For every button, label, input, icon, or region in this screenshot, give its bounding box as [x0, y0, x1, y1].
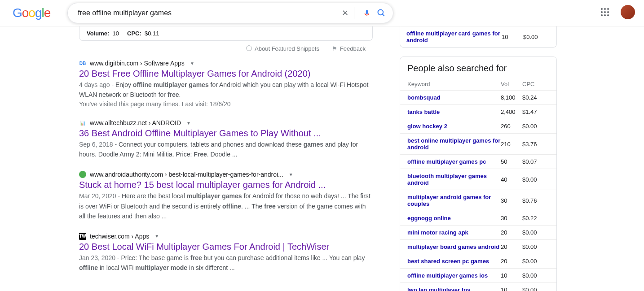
- snippet-links: ⓘ About Featured Snippets ⚑ Feedback: [79, 41, 373, 60]
- divider: [354, 7, 354, 19]
- related-cpc: $0.00: [523, 34, 550, 40]
- apps-icon[interactable]: [597, 4, 613, 20]
- search-result: www.androidauthority.com › best-local-mu…: [79, 171, 373, 221]
- breadcrumb: www.androidauthority.com › best-local-mu…: [79, 171, 373, 178]
- search-input[interactable]: [77, 9, 336, 17]
- cpc-value: $0.00: [522, 287, 549, 291]
- cpc-value: $0.00: [522, 243, 549, 250]
- keyword-link[interactable]: glow hockey 2: [407, 123, 501, 130]
- breadcrumb: DB www.digitbin.com › Software Apps ▼: [79, 60, 373, 67]
- favicon: DB: [79, 60, 86, 67]
- svg-point-0: [378, 10, 384, 15]
- favicon: [79, 171, 86, 178]
- visited-note: You've visited this page many times. Las…: [79, 100, 373, 108]
- vol-value: 30: [501, 197, 522, 204]
- related-vol: 10: [502, 34, 523, 40]
- table-row: best shared screen pc games 20 $0.00: [400, 254, 556, 269]
- vol-value: 8,100: [501, 94, 522, 101]
- google-logo[interactable]: Google: [13, 6, 50, 20]
- sidebar: offline multiplayer card games for andro…: [400, 26, 557, 291]
- cpc-value: $1.47: [522, 109, 549, 115]
- volume-value: 10: [113, 30, 119, 37]
- result-snippet: Jan 23, 2020 - Price: The base game is f…: [79, 253, 373, 273]
- vol-value: 20: [501, 258, 522, 265]
- col-keyword: Keyword: [407, 81, 501, 87]
- vol-value: 20: [501, 229, 522, 236]
- svg-line-1: [383, 14, 384, 16]
- breadcrumb: 📊 www.alltechbuzz.net › ANDROID ▼: [79, 119, 373, 126]
- about-featured-text: About Featured Snippets: [255, 45, 319, 52]
- table-row: mini motor racing apk 20 $0.00: [400, 226, 556, 240]
- keyword-link[interactable]: multiplayer board games android: [407, 243, 501, 250]
- flag-icon: ⚑: [332, 45, 337, 52]
- table-row: tanks battle 2,400 $1.47: [400, 105, 556, 119]
- table-row: multiplayer android games for couples 30…: [400, 190, 556, 211]
- cpc-value: $0.22: [522, 215, 549, 222]
- vol-value: 10: [501, 287, 522, 291]
- result-snippet: 4 days ago - Enjoy offline multiplayer g…: [79, 80, 373, 100]
- breadcrumb: TW techwiser.com › Apps ▼: [79, 233, 373, 240]
- table-row: offline multiplayer card games for andro…: [400, 26, 556, 47]
- keyword-link[interactable]: best shared screen pc games: [407, 258, 501, 265]
- favicon: 📊: [79, 119, 86, 126]
- breadcrumb-text: www.androidauthority.com › best-local-mu…: [90, 171, 283, 178]
- keyword-link[interactable]: lwp lan multiplayer fps: [407, 287, 501, 291]
- keyword-link[interactable]: multiplayer android games for couples: [407, 194, 501, 207]
- result-title[interactable]: 20 Best Free Offline Multiplayer Games f…: [79, 69, 373, 79]
- about-featured-snippets[interactable]: ⓘ About Featured Snippets: [246, 44, 319, 52]
- breadcrumb-text: techwiser.com › Apps: [90, 233, 149, 240]
- vol-value: 50: [501, 158, 522, 165]
- table-row: lwp lan multiplayer fps 10 $0.00: [400, 283, 556, 291]
- result-title[interactable]: Stuck at home? 15 best local multiplayer…: [79, 180, 373, 190]
- cpc-value: $0.11: [145, 30, 159, 37]
- header-right: [597, 4, 635, 20]
- mic-icon[interactable]: [362, 8, 372, 18]
- vol-value: 2,400: [501, 109, 522, 115]
- people-also-searched-panel: People also searched for Keyword Vol CPC…: [400, 56, 557, 291]
- favicon: TW: [79, 233, 86, 240]
- table-row: bombsquad 8,100 $0.24: [400, 91, 556, 105]
- chevron-down-icon[interactable]: ▼: [190, 61, 194, 66]
- keyword-link[interactable]: offline multiplayer games ios: [407, 272, 501, 279]
- table-row: best online multiplayer games for androi…: [400, 134, 556, 155]
- cpc-value: $0.00: [522, 272, 549, 279]
- table-row: glow hockey 2 260 $0.00: [400, 119, 556, 134]
- feedback-link[interactable]: ⚑ Feedback: [332, 44, 366, 52]
- keyword-link[interactable]: offline multiplayer games pc: [407, 158, 501, 165]
- search-result: 📊 www.alltechbuzz.net › ANDROID ▼ 36 Bes…: [79, 119, 373, 159]
- cpc-label: CPC:: [127, 30, 141, 37]
- keyword-link[interactable]: best online multiplayer games for androi…: [407, 137, 501, 151]
- chevron-down-icon[interactable]: ▼: [154, 234, 159, 239]
- result-title[interactable]: 36 Best Android Offline Multiplayer Game…: [79, 128, 373, 139]
- help-icon: ⓘ: [246, 44, 252, 52]
- keyword-link[interactable]: eggnogg online: [407, 215, 501, 222]
- feedback-text: Feedback: [340, 45, 366, 52]
- chevron-down-icon[interactable]: ▼: [289, 172, 293, 177]
- search-icon[interactable]: [376, 8, 387, 18]
- top-related-box: offline multiplayer card games for andro…: [400, 26, 557, 48]
- search-result: DB www.digitbin.com › Software Apps ▼ 20…: [79, 60, 373, 108]
- cpc-value: $0.76: [522, 197, 549, 204]
- volume-label: Volume:: [87, 30, 109, 37]
- cpc-value: $3.76: [522, 141, 549, 148]
- keyword-link[interactable]: bombsquad: [407, 94, 501, 101]
- keyword-link[interactable]: tanks battle: [407, 109, 501, 115]
- result-snippet: Mar 20, 2020 - Here are the best local m…: [79, 191, 373, 221]
- result-title[interactable]: 20 Best Local WiFi Multiplayer Games For…: [79, 242, 373, 252]
- clear-icon[interactable]: ✕: [340, 8, 350, 18]
- avatar[interactable]: [621, 5, 635, 19]
- header: Google ✕: [0, 0, 644, 26]
- cpc-value: $0.24: [522, 94, 549, 101]
- search-result: TW techwiser.com › Apps ▼ 20 Best Local …: [79, 233, 373, 273]
- table-row: eggnogg online 30 $0.22: [400, 211, 556, 226]
- chevron-down-icon[interactable]: ▼: [186, 121, 191, 126]
- table-row: offline multiplayer games pc 50 $0.07: [400, 155, 556, 169]
- results-column: Volume: 10 CPC: $0.11 ⓘ About Featured S…: [79, 26, 373, 291]
- vol-value: 260: [501, 123, 522, 130]
- related-keyword-link[interactable]: offline multiplayer card games for andro…: [406, 30, 502, 43]
- keyword-link[interactable]: mini motor racing apk: [407, 229, 501, 236]
- vol-value: 10: [501, 272, 522, 279]
- keyword-link[interactable]: bluetooth multiplayer games android: [407, 173, 501, 186]
- search-bar: ✕: [67, 3, 393, 23]
- cpc-value: $0.00: [522, 258, 549, 265]
